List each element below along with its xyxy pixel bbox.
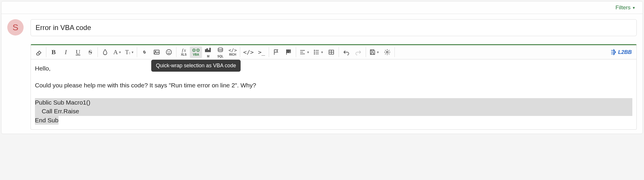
image-icon xyxy=(153,49,160,56)
font-family-button[interactable]: A▼ xyxy=(111,46,123,58)
strike-button[interactable]: S xyxy=(84,46,96,58)
align-left-icon xyxy=(299,49,306,56)
toolbar-separator xyxy=(269,47,269,57)
xl2bb-button[interactable]: L2BB xyxy=(608,46,635,58)
svg-rect-5 xyxy=(205,50,206,52)
save-icon xyxy=(369,49,376,56)
caret-down-icon: ▼ xyxy=(321,51,323,54)
undo-icon xyxy=(343,49,350,56)
svg-point-4 xyxy=(170,52,170,52)
svg-point-3 xyxy=(168,52,168,52)
underline-button[interactable]: U xyxy=(72,46,84,58)
smile-icon xyxy=(165,49,172,56)
svg-point-2 xyxy=(166,50,171,55)
strike-icon: S xyxy=(89,48,92,56)
avatar: S xyxy=(7,19,24,36)
bold-button[interactable]: B xyxy=(47,46,60,58)
table-icon xyxy=(328,49,335,56)
toolbar-separator xyxy=(240,47,240,57)
toolbar-separator xyxy=(176,47,176,57)
compose-column: B I U S A▼ T↕▼ xyxy=(31,19,637,130)
rich-code-button[interactable]: </> RICH xyxy=(227,46,239,58)
list-button[interactable]: ▼ xyxy=(311,46,325,58)
drop-icon xyxy=(102,49,109,56)
save-draft-button[interactable]: ▼ xyxy=(367,46,381,58)
xls-code-button[interactable]: ƒx XLS xyxy=(178,46,190,58)
table-button[interactable] xyxy=(325,46,337,58)
undo-button[interactable] xyxy=(340,46,352,58)
selected-code-line: End Sub xyxy=(35,116,59,125)
editor-content[interactable]: Hello, Could you please help me with thi… xyxy=(31,59,636,129)
vba-code-icon: ⚙⚙ VBA xyxy=(192,48,200,56)
rich-editor: B I U S A▼ T↕▼ xyxy=(31,44,637,130)
align-button[interactable]: ▼ xyxy=(297,46,311,58)
toolbar-separator xyxy=(46,47,46,57)
caret-down-icon: ▼ xyxy=(118,51,121,54)
compose-row: S B I U S xyxy=(1,14,643,134)
svg-rect-6 xyxy=(207,49,208,52)
image-button[interactable] xyxy=(151,46,163,58)
caret-down-icon: ▼ xyxy=(632,6,636,10)
thread-title-input[interactable] xyxy=(31,19,637,36)
remove-formatting-button[interactable] xyxy=(33,46,45,58)
avatar-letter: S xyxy=(13,22,18,32)
toolbar-separator xyxy=(296,47,296,57)
selected-code-line: Call Err.Raise xyxy=(35,107,632,116)
terminal-button[interactable]: >_ xyxy=(255,46,268,58)
toolbar-separator xyxy=(98,47,98,57)
xls-code-icon: ƒx XLS xyxy=(181,48,186,56)
terminal-icon: >_ xyxy=(258,49,265,56)
svg-point-9 xyxy=(218,48,223,50)
text-color-button[interactable] xyxy=(99,46,111,58)
caret-down-icon: ▼ xyxy=(131,51,134,54)
editor-toolbar: B I U S A▼ T↕▼ xyxy=(31,45,636,59)
toolbar-separator xyxy=(137,47,137,57)
svg-rect-7 xyxy=(208,50,209,52)
eraser-icon xyxy=(35,49,42,56)
redo-icon xyxy=(355,49,362,56)
font-size-icon: T↕ xyxy=(125,49,130,56)
list-icon xyxy=(313,49,320,56)
underline-icon: U xyxy=(76,48,80,56)
emoji-button[interactable] xyxy=(163,46,175,58)
font-size-button[interactable]: T↕▼ xyxy=(123,46,136,58)
font-a-icon: A xyxy=(113,48,118,56)
filters-label: Filters xyxy=(615,4,631,10)
settings-button[interactable] xyxy=(381,46,393,58)
toolbar-separator xyxy=(366,47,366,57)
code-button[interactable]: </> xyxy=(241,46,255,58)
filters-bar: Filters ▼ xyxy=(1,1,643,14)
caret-down-icon: ▼ xyxy=(376,51,379,54)
svg-point-13 xyxy=(314,50,315,51)
svg-point-15 xyxy=(314,54,315,54)
redo-button[interactable] xyxy=(352,46,365,58)
bold-icon: B xyxy=(52,48,56,56)
finish-button[interactable] xyxy=(282,46,295,58)
sql-code-button[interactable]: SQL xyxy=(214,46,227,58)
filters-dropdown[interactable]: Filters ▼ xyxy=(615,4,636,11)
svg-point-14 xyxy=(314,52,315,52)
svg-point-22 xyxy=(386,51,388,53)
sql-code-icon: SQL xyxy=(217,47,224,58)
italic-icon: I xyxy=(65,48,67,56)
rich-code-icon: </> RICH xyxy=(229,48,237,56)
link-icon xyxy=(141,49,148,56)
gear-icon xyxy=(384,49,391,56)
flag-button[interactable] xyxy=(270,46,282,58)
code-icon: </> xyxy=(243,49,254,56)
selected-code-line: Public Sub Macro1() xyxy=(35,98,632,107)
toolbar-separator xyxy=(339,47,339,57)
vba-code-button[interactable]: ⚙⚙ VBA Quick-wrap selection as VBA code xyxy=(190,46,202,58)
caret-down-icon: ▼ xyxy=(307,51,309,54)
editor-line: Could you please help me with this code?… xyxy=(35,81,632,90)
link-button[interactable] xyxy=(138,46,151,58)
toolbar-separator xyxy=(394,47,395,57)
svg-rect-8 xyxy=(210,48,210,52)
checkered-flag-icon xyxy=(285,49,292,56)
compose-panel: Filters ▼ S B I xyxy=(1,1,643,134)
italic-button[interactable]: I xyxy=(60,46,72,58)
m-code-icon: M xyxy=(205,47,212,58)
editor-line: Hello, xyxy=(35,64,632,73)
m-code-button[interactable]: M xyxy=(202,46,214,58)
tooltip: Quick-wrap selection as VBA code xyxy=(151,60,241,72)
